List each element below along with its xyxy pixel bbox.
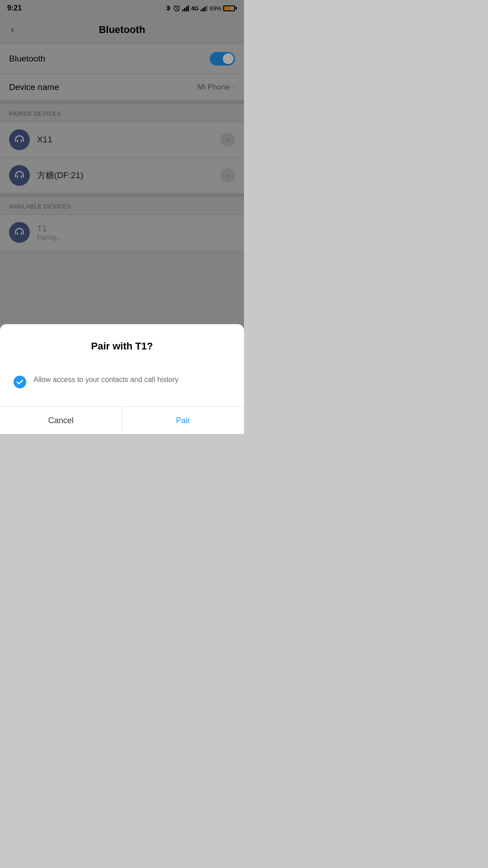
dialog-option-text: Allow access to your contacts and call h… — [33, 375, 178, 385]
pair-button[interactable]: Pair — [122, 407, 244, 434]
checkmark-icon — [16, 378, 23, 386]
dialog-buttons: Cancel Pair — [0, 407, 244, 434]
cancel-button[interactable]: Cancel — [0, 407, 122, 434]
dialog-title: Pair with T1? — [14, 340, 230, 352]
dialog-body: Pair with T1? Allow access to your conta… — [0, 324, 244, 406]
checkbox-checked[interactable] — [14, 376, 26, 388]
dialog-option[interactable]: Allow access to your contacts and call h… — [14, 370, 230, 393]
pair-dialog: Pair with T1? Allow access to your conta… — [0, 324, 244, 434]
dialog-overlay: Pair with T1? Allow access to your conta… — [0, 0, 244, 434]
